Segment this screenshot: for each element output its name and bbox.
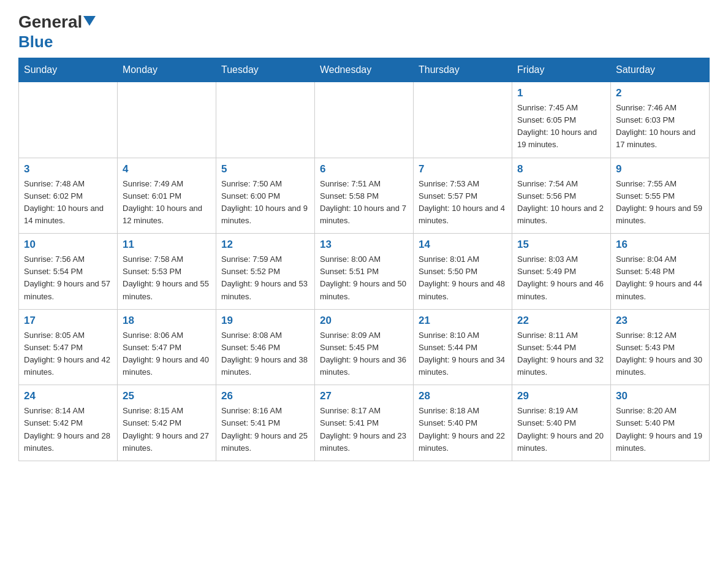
day-number: 12	[221, 239, 309, 251]
day-info: Sunrise: 7:53 AMSunset: 5:57 PMDaylight:…	[419, 178, 507, 228]
calendar-week-3: 10Sunrise: 7:56 AMSunset: 5:54 PMDayligh…	[19, 234, 710, 310]
calendar-table: SundayMondayTuesdayWednesdayThursdayFrid…	[18, 58, 710, 461]
day-number: 1	[517, 87, 605, 99]
day-info: Sunrise: 8:20 AMSunset: 5:40 PMDaylight:…	[616, 405, 704, 454]
calendar-cell: 23Sunrise: 8:12 AMSunset: 5:43 PMDayligh…	[611, 309, 710, 385]
calendar-cell: 24Sunrise: 8:14 AMSunset: 5:42 PMDayligh…	[19, 385, 118, 461]
day-number: 14	[419, 239, 507, 251]
calendar-cell: 27Sunrise: 8:17 AMSunset: 5:41 PMDayligh…	[315, 385, 414, 461]
day-info: Sunrise: 8:00 AMSunset: 5:51 PMDaylight:…	[320, 253, 408, 303]
day-number: 9	[616, 163, 704, 175]
weekday-header-saturday: Saturday	[611, 58, 710, 82]
day-info: Sunrise: 8:12 AMSunset: 5:43 PMDaylight:…	[616, 329, 704, 379]
weekday-header-monday: Monday	[118, 58, 216, 82]
logo-text: GeneralBlue	[18, 12, 96, 51]
calendar-cell: 18Sunrise: 8:06 AMSunset: 5:47 PMDayligh…	[118, 309, 216, 385]
day-number: 11	[123, 239, 211, 251]
day-number: 28	[419, 390, 507, 402]
day-info: Sunrise: 8:18 AMSunset: 5:40 PMDaylight:…	[419, 405, 507, 454]
calendar-cell: 14Sunrise: 8:01 AMSunset: 5:50 PMDayligh…	[414, 234, 512, 310]
day-info: Sunrise: 8:08 AMSunset: 5:46 PMDaylight:…	[221, 329, 309, 379]
day-number: 30	[616, 390, 704, 402]
day-info: Sunrise: 7:51 AMSunset: 5:58 PMDaylight:…	[320, 178, 408, 228]
calendar-cell: 4Sunrise: 7:49 AMSunset: 6:01 PMDaylight…	[118, 158, 216, 234]
calendar-cell: 6Sunrise: 7:51 AMSunset: 5:58 PMDaylight…	[315, 158, 414, 234]
calendar-cell: 25Sunrise: 8:15 AMSunset: 5:42 PMDayligh…	[118, 385, 216, 461]
day-number: 18	[123, 315, 211, 327]
day-number: 3	[24, 163, 112, 175]
calendar-cell: 9Sunrise: 7:55 AMSunset: 5:55 PMDaylight…	[611, 158, 710, 234]
day-number: 16	[616, 239, 704, 251]
day-info: Sunrise: 8:16 AMSunset: 5:41 PMDaylight:…	[221, 405, 309, 454]
calendar-cell: 2Sunrise: 7:46 AMSunset: 6:03 PMDaylight…	[611, 82, 710, 158]
day-info: Sunrise: 8:19 AMSunset: 5:40 PMDaylight:…	[517, 405, 605, 454]
calendar-week-4: 17Sunrise: 8:05 AMSunset: 5:47 PMDayligh…	[19, 309, 710, 385]
calendar-cell: 26Sunrise: 8:16 AMSunset: 5:41 PMDayligh…	[216, 385, 315, 461]
day-number: 21	[419, 315, 507, 327]
day-number: 10	[24, 239, 112, 251]
day-info: Sunrise: 8:15 AMSunset: 5:42 PMDaylight:…	[123, 405, 211, 454]
day-number: 13	[320, 239, 408, 251]
calendar-week-2: 3Sunrise: 7:48 AMSunset: 6:02 PMDaylight…	[19, 158, 710, 234]
calendar-body: 1Sunrise: 7:45 AMSunset: 6:05 PMDaylight…	[19, 82, 710, 461]
day-info: Sunrise: 7:59 AMSunset: 5:52 PMDaylight:…	[221, 253, 309, 303]
day-info: Sunrise: 8:04 AMSunset: 5:48 PMDaylight:…	[616, 253, 704, 303]
calendar-cell: 11Sunrise: 7:58 AMSunset: 5:53 PMDayligh…	[118, 234, 216, 310]
calendar-cell: 16Sunrise: 8:04 AMSunset: 5:48 PMDayligh…	[611, 234, 710, 310]
calendar-header: SundayMondayTuesdayWednesdayThursdayFrid…	[19, 58, 710, 82]
calendar-cell: 1Sunrise: 7:45 AMSunset: 6:05 PMDaylight…	[512, 82, 611, 158]
day-info: Sunrise: 8:05 AMSunset: 5:47 PMDaylight:…	[24, 329, 112, 379]
calendar-cell: 13Sunrise: 8:00 AMSunset: 5:51 PMDayligh…	[315, 234, 414, 310]
day-info: Sunrise: 8:17 AMSunset: 5:41 PMDaylight:…	[320, 405, 408, 454]
calendar-cell: 28Sunrise: 8:18 AMSunset: 5:40 PMDayligh…	[414, 385, 512, 461]
calendar-cell: 12Sunrise: 7:59 AMSunset: 5:52 PMDayligh…	[216, 234, 315, 310]
day-number: 8	[517, 163, 605, 175]
day-info: Sunrise: 7:55 AMSunset: 5:55 PMDaylight:…	[616, 178, 704, 228]
day-info: Sunrise: 7:45 AMSunset: 6:05 PMDaylight:…	[517, 102, 605, 151]
calendar-cell	[216, 82, 315, 158]
logo-area: GeneralBlue	[18, 12, 96, 52]
day-info: Sunrise: 7:56 AMSunset: 5:54 PMDaylight:…	[24, 253, 112, 303]
day-number: 29	[517, 390, 605, 402]
day-info: Sunrise: 8:03 AMSunset: 5:49 PMDaylight:…	[517, 253, 605, 303]
day-info: Sunrise: 8:01 AMSunset: 5:50 PMDaylight:…	[419, 253, 507, 303]
weekday-header-tuesday: Tuesday	[216, 58, 315, 82]
day-info: Sunrise: 8:10 AMSunset: 5:44 PMDaylight:…	[419, 329, 507, 379]
logo: GeneralBlue	[18, 12, 96, 52]
calendar-cell: 21Sunrise: 8:10 AMSunset: 5:44 PMDayligh…	[414, 309, 512, 385]
day-info: Sunrise: 8:09 AMSunset: 5:45 PMDaylight:…	[320, 329, 408, 379]
day-number: 24	[24, 390, 112, 402]
page-header: GeneralBlue	[18, 12, 710, 52]
calendar-cell: 10Sunrise: 7:56 AMSunset: 5:54 PMDayligh…	[19, 234, 118, 310]
day-number: 27	[320, 390, 408, 402]
calendar-cell: 7Sunrise: 7:53 AMSunset: 5:57 PMDaylight…	[414, 158, 512, 234]
day-number: 7	[419, 163, 507, 175]
day-number: 22	[517, 315, 605, 327]
calendar-cell: 20Sunrise: 8:09 AMSunset: 5:45 PMDayligh…	[315, 309, 414, 385]
day-number: 25	[123, 390, 211, 402]
weekday-header-wednesday: Wednesday	[315, 58, 414, 82]
calendar-cell: 15Sunrise: 8:03 AMSunset: 5:49 PMDayligh…	[512, 234, 611, 310]
weekday-header-sunday: Sunday	[19, 58, 118, 82]
day-number: 23	[616, 315, 704, 327]
day-info: Sunrise: 7:54 AMSunset: 5:56 PMDaylight:…	[517, 178, 605, 228]
day-number: 15	[517, 239, 605, 251]
calendar-cell	[118, 82, 216, 158]
day-number: 26	[221, 390, 309, 402]
day-info: Sunrise: 7:49 AMSunset: 6:01 PMDaylight:…	[123, 178, 211, 228]
calendar-week-1: 1Sunrise: 7:45 AMSunset: 6:05 PMDaylight…	[19, 82, 710, 158]
calendar-cell	[19, 82, 118, 158]
day-number: 2	[616, 87, 704, 99]
day-info: Sunrise: 7:50 AMSunset: 6:00 PMDaylight:…	[221, 178, 309, 228]
calendar-cell: 29Sunrise: 8:19 AMSunset: 5:40 PMDayligh…	[512, 385, 611, 461]
day-number: 17	[24, 315, 112, 327]
calendar-cell: 22Sunrise: 8:11 AMSunset: 5:44 PMDayligh…	[512, 309, 611, 385]
logo-blue-text: Blue	[18, 33, 53, 51]
calendar-cell: 19Sunrise: 8:08 AMSunset: 5:46 PMDayligh…	[216, 309, 315, 385]
day-number: 6	[320, 163, 408, 175]
day-number: 20	[320, 315, 408, 327]
weekday-header-thursday: Thursday	[414, 58, 512, 82]
calendar-cell: 3Sunrise: 7:48 AMSunset: 6:02 PMDaylight…	[19, 158, 118, 234]
calendar-week-5: 24Sunrise: 8:14 AMSunset: 5:42 PMDayligh…	[19, 385, 710, 461]
weekday-header-row: SundayMondayTuesdayWednesdayThursdayFrid…	[19, 58, 710, 82]
